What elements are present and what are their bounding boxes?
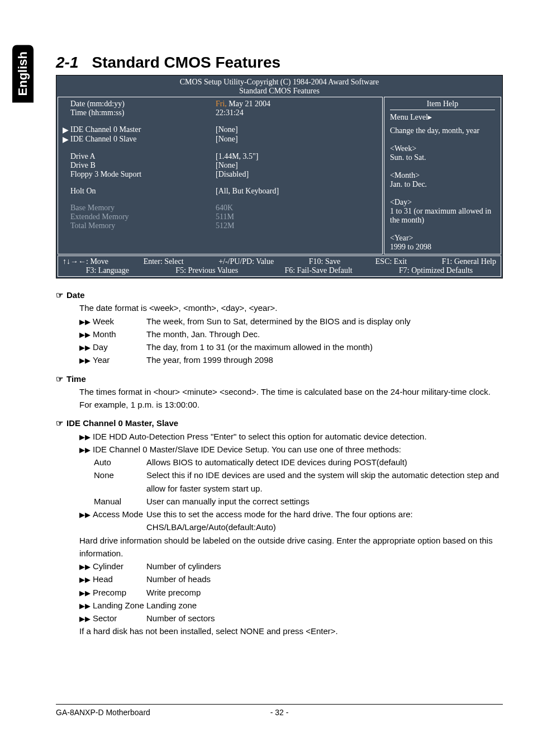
bios-label: Holt On (70, 187, 216, 196)
bios-help-title: Item Help (390, 100, 495, 110)
triangle-icon (63, 170, 70, 179)
double-arrow-icon: ▶▶ (79, 511, 91, 519)
definition-row: NoneSelect this if no IDE devices are us… (94, 469, 503, 495)
definition-term: ▶▶Year (79, 353, 146, 366)
triangle-icon (63, 221, 70, 230)
definition-def: Select this if no IDE devices are used a… (146, 469, 503, 495)
bios-value[interactable]: 640K (216, 204, 378, 212)
ide-line1-text: IDE HDD Auto-Detection Press "Enter" to … (93, 432, 427, 441)
access-mode-row: ▶▶Access Mode Use this to set the access… (79, 508, 503, 534)
date-heading: ☞Date (56, 289, 503, 301)
triangle-icon (63, 204, 70, 212)
bios-key-hint: +/-/PU/PD: Value (218, 257, 274, 266)
bios-row[interactable]: Date (mm:dd:yy)Fri, May 21 2004 (63, 100, 378, 108)
bios-label: IDE Channel 0 Slave (70, 135, 216, 144)
bios-footer-row2: F3: LanguageF5: Previous ValuesF6: Fail-… (63, 266, 496, 275)
definition-term: ▶▶Landing Zone (79, 599, 146, 612)
definition-term: ▶▶Head (79, 573, 146, 585)
footer-right (354, 708, 503, 717)
bios-value[interactable]: [None] (216, 125, 378, 135)
ide-title-text: IDE Channel 0 Master, Slave (66, 418, 178, 428)
bios-row[interactable]: Total Memory512M (63, 221, 378, 230)
definition-term: ▶▶Week (79, 315, 146, 328)
bios-row[interactable]: Time (hh:mm:ss)22:31:24 (63, 108, 378, 117)
definition-def: Number of heads (146, 573, 503, 585)
footer-center: - 32 - (205, 708, 354, 717)
ide-line1: ▶▶IDE HDD Auto-Detection Press "Enter" t… (79, 430, 503, 443)
double-arrow-icon: ▶▶ (79, 446, 91, 454)
definition-term: None (94, 469, 146, 495)
bios-help-line: <Week> (390, 144, 495, 153)
definition-def: Number of sectors (146, 612, 503, 625)
ide-line2-text: IDE Channel 0 Master/Slave IDE Device Se… (93, 445, 401, 454)
bios-help-line: Sun. to Sat. (390, 153, 495, 162)
language-tab: English (12, 45, 34, 102)
bios-menu-level: Menu Level▸ (390, 112, 495, 122)
pointer-icon: ☞ (56, 418, 63, 428)
bios-row[interactable]: Holt On[All, But Keyboard] (63, 187, 378, 196)
hd-note: Hard drive information should be labeled… (79, 534, 503, 560)
bios-header-line2: Standard CMOS Features (56, 87, 502, 96)
bios-value[interactable]: [None] (216, 135, 378, 144)
triangle-icon (63, 100, 70, 108)
bios-value[interactable]: [Disabled] (216, 170, 378, 179)
ide-line2: ▶▶IDE Channel 0 Master/Slave IDE Device … (79, 443, 503, 456)
bios-screen: CMOS Setup Utility-Copyright (C) 1984-20… (56, 75, 503, 278)
time-body: The times format in <hour> <minute> <sec… (79, 385, 503, 412)
bios-header: CMOS Setup Utility-Copyright (C) 1984-20… (56, 75, 502, 97)
definition-row: ▶▶CylinderNumber of cylinders (79, 560, 503, 573)
triangle-icon: ▶ (63, 125, 70, 135)
bios-row[interactable]: ▶IDE Channel 0 Master[None] (63, 125, 378, 135)
definition-term: Auto (94, 456, 146, 469)
bios-key-hint: F10: Save (309, 257, 340, 266)
triangle-icon (63, 187, 70, 196)
bios-help-line (390, 189, 495, 198)
bios-value[interactable]: 511M (216, 212, 378, 221)
bios-value[interactable]: 512M (216, 221, 378, 230)
bios-help-line: 1 to 31 (or maximum allowed in the month… (390, 207, 495, 225)
definition-row: ▶▶Landing ZoneLanding zone (79, 599, 503, 612)
definition-row: ▶▶MonthThe month, Jan. Through Dec. (79, 328, 503, 341)
bios-help-line (390, 135, 495, 144)
triangle-icon (63, 108, 70, 117)
definition-row: ▶▶HeadNumber of heads (79, 573, 503, 585)
access-mode-def: Use this to set the access mode for the … (146, 508, 503, 534)
bios-help-line (390, 162, 495, 171)
section-heading: Standard CMOS Features (92, 54, 280, 71)
bios-row[interactable]: Drive B[None] (63, 161, 378, 170)
bios-value[interactable]: 22:31:24 (216, 108, 378, 117)
definition-row: ▶▶PrecompWrite precomp (79, 586, 503, 599)
section-title: 2-1Standard CMOS Features (56, 54, 503, 72)
bios-row[interactable]: Drive A[1.44M, 3.5"] (63, 152, 378, 161)
pointer-icon: ☞ (56, 374, 63, 384)
access-mode-term: ▶▶Access Mode (79, 508, 146, 534)
bios-row[interactable]: ▶IDE Channel 0 Slave[None] (63, 135, 378, 144)
bios-footer-row1: ↑↓→←: MoveEnter: Select+/-/PU/PD: ValueF… (63, 257, 496, 266)
bios-row[interactable]: Base Memory640K (63, 204, 378, 212)
definition-def: The day, from 1 to 31 (or the maximum al… (146, 341, 503, 353)
definition-row: ▶▶WeekThe week, from Sun to Sat, determi… (79, 315, 503, 328)
bios-key-hint: F1: General Help (442, 257, 496, 266)
bios-label: Time (hh:mm:ss) (70, 108, 216, 117)
triangle-icon (63, 152, 70, 161)
bios-help-line: <Year> (390, 234, 495, 243)
bios-row[interactable]: Floppy 3 Mode Suport[Disabled] (63, 170, 378, 179)
definition-def: Write precomp (146, 586, 503, 599)
bios-key-hint: ESC: Exit (375, 257, 407, 266)
definition-row: ▶▶SectorNumber of sectors (79, 612, 503, 625)
bios-help-body: Change the day, month, year <Week>Sun. t… (390, 126, 495, 252)
bios-key-hint: F5: Previous Values (175, 266, 238, 275)
bios-header-line1: CMOS Setup Utility-Copyright (C) 1984-20… (56, 78, 502, 87)
bios-value[interactable]: [None] (216, 161, 378, 170)
footer-left: GA-8ANXP-D Motherboard (56, 708, 205, 717)
ide-heading: ☞IDE Channel 0 Master, Slave (56, 417, 503, 429)
definition-def: The week, from Sun to Sat, determined by… (146, 315, 503, 328)
bios-value[interactable]: Fri, May 21 2004 (216, 100, 378, 108)
bios-value[interactable]: [1.44M, 3.5"] (216, 152, 378, 161)
definition-def: The month, Jan. Through Dec. (146, 328, 503, 341)
pointer-icon: ☞ (56, 290, 63, 300)
bios-label: Extended Memory (70, 212, 216, 221)
bios-value[interactable]: [All, But Keyboard] (216, 187, 378, 196)
time-title-text: Time (66, 374, 86, 384)
bios-row[interactable]: Extended Memory511M (63, 212, 378, 221)
